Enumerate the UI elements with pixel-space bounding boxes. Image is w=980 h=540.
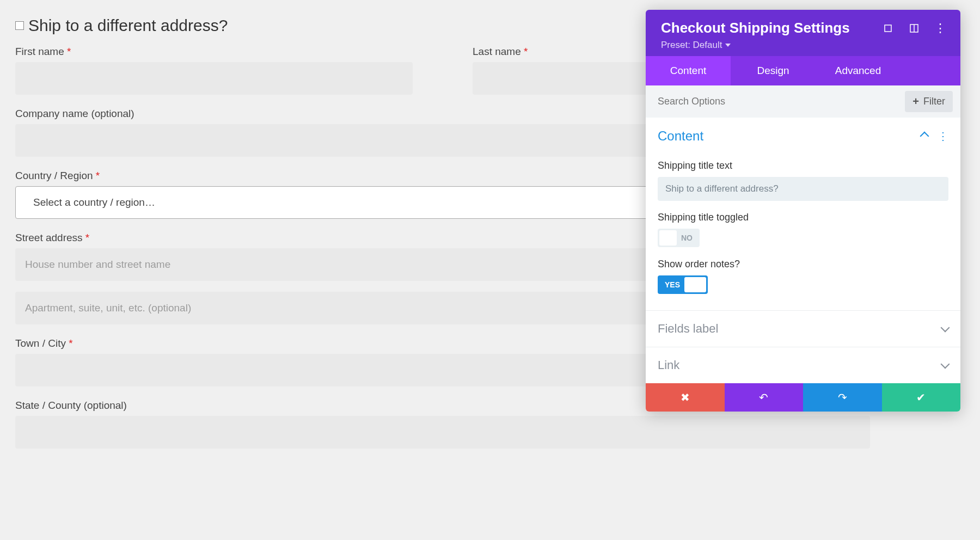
tab-content[interactable]: Content bbox=[646, 56, 731, 85]
filter-button[interactable]: + Filter bbox=[905, 91, 953, 112]
layout-icon[interactable] bbox=[909, 23, 919, 33]
cancel-button[interactable]: ✖ bbox=[646, 383, 725, 412]
ship-different-address-checkbox[interactable] bbox=[15, 21, 24, 30]
first-name-field[interactable] bbox=[15, 62, 413, 95]
section-fields-label-header[interactable]: Fields label bbox=[646, 311, 960, 347]
expand-icon[interactable] bbox=[883, 23, 893, 33]
section-content-body: Shipping title text Shipping title toggl… bbox=[646, 155, 960, 310]
chevron-down-icon bbox=[941, 323, 950, 333]
more-icon[interactable]: ⋮ bbox=[935, 23, 945, 33]
plus-icon: + bbox=[912, 95, 919, 108]
redo-icon: ↷ bbox=[838, 391, 847, 404]
section-content-header[interactable]: Content ⋮ bbox=[646, 118, 960, 155]
shipping-title-toggled-label: Shipping title toggled bbox=[658, 212, 948, 223]
show-order-notes-label: Show order notes? bbox=[658, 259, 948, 270]
section-more-icon[interactable]: ⋮ bbox=[938, 131, 948, 142]
shipping-title-text-label: Shipping title text bbox=[658, 160, 948, 171]
chevron-down-icon bbox=[941, 360, 950, 369]
toggle-off-label: NO bbox=[681, 234, 698, 242]
preset-label: Preset: Default bbox=[661, 40, 722, 51]
shipping-title-toggled-toggle[interactable]: NO bbox=[658, 229, 700, 247]
check-icon: ✔ bbox=[916, 391, 926, 404]
state-field[interactable] bbox=[15, 416, 870, 449]
tab-design[interactable]: Design bbox=[731, 56, 816, 85]
shipping-title: Ship to a different address? bbox=[28, 16, 228, 35]
search-options-input[interactable] bbox=[658, 96, 821, 107]
settings-panel: Checkout Shipping Settings ⋮ Preset: Def… bbox=[646, 10, 960, 412]
toggle-handle bbox=[659, 230, 677, 246]
toggle-on-label: YES bbox=[659, 280, 680, 289]
section-content-title: Content bbox=[658, 128, 703, 144]
tabs: Content Design Advanced bbox=[646, 56, 960, 85]
section-fields-label-title: Fields label bbox=[658, 322, 718, 336]
shipping-title-text-input[interactable] bbox=[658, 177, 948, 201]
filter-label: Filter bbox=[923, 96, 945, 107]
preset-dropdown[interactable]: Preset: Default bbox=[661, 40, 950, 51]
first-name-label: First name * bbox=[15, 46, 413, 58]
caret-down-icon bbox=[725, 44, 731, 47]
toggle-handle bbox=[684, 277, 706, 292]
tab-advanced[interactable]: Advanced bbox=[816, 56, 901, 85]
chevron-up-icon bbox=[920, 132, 929, 141]
save-button[interactable]: ✔ bbox=[882, 383, 961, 412]
undo-icon: ↶ bbox=[759, 391, 768, 404]
close-icon: ✖ bbox=[681, 391, 690, 404]
svg-rect-0 bbox=[885, 25, 891, 32]
undo-button[interactable]: ↶ bbox=[725, 383, 804, 412]
country-select-placeholder: Select a country / region… bbox=[33, 197, 155, 208]
section-link-header[interactable]: Link bbox=[646, 347, 960, 383]
footer-actions: ✖ ↶ ↷ ✔ bbox=[646, 383, 960, 412]
show-order-notes-toggle[interactable]: YES bbox=[658, 275, 708, 294]
section-link-title: Link bbox=[658, 358, 679, 372]
panel-title: Checkout Shipping Settings bbox=[661, 20, 850, 36]
redo-button[interactable]: ↷ bbox=[803, 383, 882, 412]
